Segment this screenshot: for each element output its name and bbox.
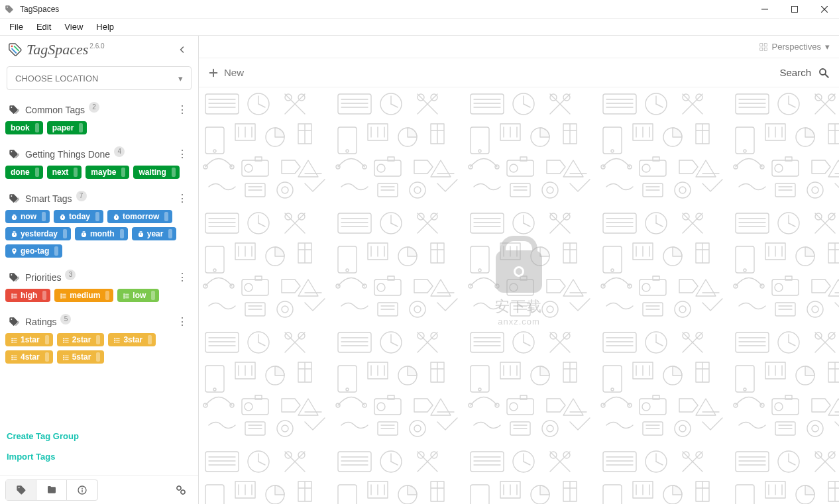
tag-handle-icon[interactable]: [42, 212, 46, 221]
tag-group-more-button[interactable]: ⋮: [177, 315, 190, 328]
tag-handle-icon[interactable]: [151, 291, 155, 300]
window-maximize-button[interactable]: [779, 0, 809, 19]
tag-handle-icon[interactable]: [95, 212, 99, 221]
tag-group-more-button[interactable]: ⋮: [177, 271, 190, 283]
tag-chip[interactable]: 2star: [57, 333, 105, 346]
window-close-button[interactable]: [809, 0, 839, 19]
list-icon: [113, 336, 121, 344]
tag-list: bookpaper: [4, 119, 194, 142]
tag-chip[interactable]: low: [117, 289, 159, 302]
tag-chip[interactable]: next: [47, 166, 82, 179]
tag-label: geo-tag: [21, 246, 49, 256]
list-icon: [11, 292, 18, 299]
tag-label: yesterday: [21, 229, 58, 238]
brand-row: TagSpaces 2.6.0: [0, 36, 198, 61]
tag-handle-icon[interactable]: [168, 229, 172, 238]
view-folders-button[interactable]: [36, 480, 67, 500]
svg-line-15: [825, 74, 828, 77]
sidebar-view-switch: [5, 479, 98, 501]
tag-chip[interactable]: yesterday: [5, 227, 71, 240]
menu-help[interactable]: Help: [89, 19, 121, 34]
tag-group-name: Ratings: [25, 317, 56, 327]
svg-point-4: [11, 46, 13, 48]
tag-handle-icon[interactable]: [120, 229, 124, 238]
view-info-button[interactable]: [67, 480, 97, 500]
tag-handle-icon[interactable]: [79, 123, 83, 132]
time-icon: [11, 230, 18, 238]
tags-icon: [8, 317, 20, 327]
tag-chip[interactable]: medium: [54, 289, 113, 302]
view-tags-button[interactable]: [6, 480, 36, 500]
tag-chip[interactable]: done: [5, 166, 43, 179]
tag-handle-icon[interactable]: [35, 123, 39, 132]
tag-handle-icon[interactable]: [35, 168, 39, 177]
import-tags-link[interactable]: Import Tags: [4, 446, 194, 467]
tag-group-more-button[interactable]: ⋮: [177, 148, 190, 160]
choose-location-dropdown[interactable]: CHOOSE LOCATION ▾: [7, 66, 192, 90]
svg-point-6: [82, 487, 83, 489]
tags-icon: [8, 193, 20, 204]
new-label: New: [224, 67, 244, 78]
tag-handle-icon[interactable]: [121, 168, 125, 177]
menu-edit[interactable]: Edit: [30, 19, 58, 34]
tag-chip[interactable]: tomorrow: [107, 210, 172, 223]
tag-handle-icon[interactable]: [45, 335, 49, 344]
search-control[interactable]: Search: [779, 67, 830, 79]
list-icon: [62, 354, 70, 361]
tag-handle-icon[interactable]: [74, 168, 78, 177]
tag-group-header[interactable]: Ratings5⋮: [4, 310, 194, 330]
tag-handle-icon[interactable]: [164, 212, 168, 221]
window-controls: [750, 0, 839, 19]
svg-rect-10: [759, 43, 762, 46]
perspectives-dropdown[interactable]: Perspectives ▾: [759, 42, 830, 52]
tag-chip[interactable]: 5star: [57, 350, 105, 364]
tag-handle-icon[interactable]: [148, 335, 152, 344]
tag-group-header[interactable]: Smart Tags7⋮: [4, 187, 194, 207]
window-minimize-button[interactable]: [750, 0, 779, 19]
tag-chip[interactable]: waiting: [133, 166, 179, 179]
tag-group-header[interactable]: Common Tags2⋮: [4, 98, 194, 119]
tag-chip[interactable]: book: [5, 121, 43, 134]
tag-handle-icon[interactable]: [63, 229, 67, 238]
settings-button[interactable]: [169, 479, 193, 501]
perspectives-label: Perspectives: [772, 42, 821, 52]
tag-chip[interactable]: 3star: [108, 333, 156, 346]
tag-label: low: [133, 291, 146, 300]
new-button[interactable]: New: [208, 67, 244, 78]
tag-chip[interactable]: paper: [47, 121, 87, 134]
tags-icon: [8, 105, 20, 115]
tag-handle-icon[interactable]: [105, 291, 109, 300]
tag-handle-icon[interactable]: [96, 335, 100, 344]
tag-handle-icon[interactable]: [172, 168, 176, 177]
tag-chip[interactable]: now: [5, 210, 50, 223]
sidebar: TagSpaces 2.6.0 CHOOSE LOCATION ▾ Common…: [0, 36, 199, 504]
create-tag-group-link[interactable]: Create Tag Group: [4, 426, 194, 446]
search-label: Search: [779, 67, 811, 78]
tag-chip[interactable]: high: [5, 289, 50, 302]
tag-group-header[interactable]: Priorities3⋮: [4, 266, 194, 286]
tag-chip[interactable]: 4star: [5, 350, 53, 364]
menu-file[interactable]: File: [3, 19, 30, 34]
tag-chip[interactable]: maybe: [85, 166, 129, 179]
tag-label: today: [69, 212, 90, 221]
list-icon: [123, 292, 130, 299]
tag-handle-icon[interactable]: [96, 352, 100, 362]
tag-chip[interactable]: year: [132, 227, 177, 240]
tag-chip[interactable]: geo-tag: [5, 244, 62, 258]
tag-handle-icon[interactable]: [45, 352, 49, 362]
tag-chip[interactable]: 1star: [5, 333, 53, 346]
tag-group-more-button[interactable]: ⋮: [177, 192, 190, 205]
time-icon: [59, 213, 66, 221]
menu-view[interactable]: View: [58, 19, 89, 34]
sidebar-collapse-button[interactable]: [174, 42, 190, 58]
menubar: File Edit View Help: [0, 19, 839, 36]
tag-label: month: [90, 229, 115, 238]
tag-group-count: 5: [60, 314, 71, 325]
tag-group-header[interactable]: Getting Things Done4⋮: [4, 142, 194, 163]
tag-group-more-button[interactable]: ⋮: [177, 103, 190, 116]
tag-chip[interactable]: today: [54, 210, 103, 223]
tag-handle-icon[interactable]: [54, 246, 58, 256]
svg-rect-7: [82, 489, 82, 492]
tag-chip[interactable]: month: [75, 227, 128, 240]
tag-handle-icon[interactable]: [42, 291, 46, 300]
